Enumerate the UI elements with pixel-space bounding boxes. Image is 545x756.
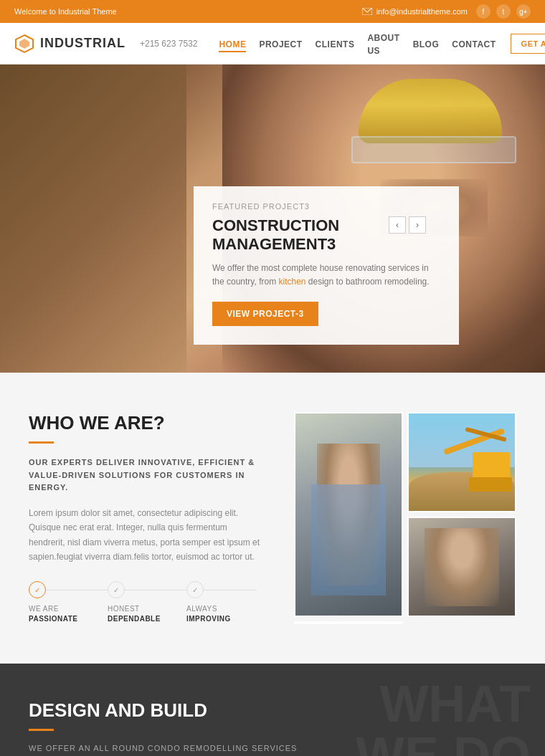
top-bar: Welcome to Industrial Theme info@industr… bbox=[0, 0, 545, 23]
nav-project[interactable]: PROJECT bbox=[259, 37, 302, 50]
hero-prev-arrow[interactable]: ‹ bbox=[389, 216, 406, 234]
value-improving: ✓ ALWAYSIMPROVING bbox=[186, 581, 265, 624]
welcome-text: Welcome to Industrial Theme bbox=[14, 7, 117, 16]
twitter-icon[interactable]: t bbox=[496, 4, 511, 19]
logo-icon bbox=[14, 34, 34, 54]
value-check-2: ✓ bbox=[108, 581, 125, 598]
facebook-icon[interactable]: f bbox=[476, 4, 490, 19]
value-dependable: ✓ HONESTDEPENDABLE bbox=[108, 581, 186, 624]
design-section: WHATWE DO DESIGN AND BUILD WE OFFER AN A… bbox=[0, 664, 545, 756]
social-icons: f t g+ bbox=[476, 4, 531, 19]
who-images bbox=[294, 412, 516, 624]
value-check-3: ✓ bbox=[186, 581, 204, 598]
navbar: INDUSTRIAL +215 623 7532 HOME PROJECT CL… bbox=[0, 23, 545, 64]
values-row: ✓ WE AREPASSIONATE ✓ HONESTDEPENDABLE ✓ … bbox=[29, 581, 265, 624]
phone-number: +215 623 7532 bbox=[140, 39, 197, 49]
nav-about[interactable]: ABOUT US bbox=[367, 31, 399, 57]
nav-links: HOME PROJECT CLIENTS ABOUT US BLOG CONTA… bbox=[219, 31, 496, 57]
logo-text: INDUSTRIAL bbox=[40, 36, 125, 51]
nav-home[interactable]: HOME bbox=[219, 37, 246, 50]
who-title: WHO WE ARE? bbox=[29, 412, 265, 434]
hero-nav-arrows: ‹ › bbox=[389, 216, 426, 234]
hero-description: We offer the most complete house renovat… bbox=[212, 262, 440, 289]
who-body: Lorem ipsum dolor sit amet, consectetur … bbox=[29, 506, 265, 565]
hero-next-arrow[interactable]: › bbox=[409, 216, 426, 234]
who-left: WHO WE ARE? OUR EXPERTS DELIVER INNOVATI… bbox=[29, 412, 265, 624]
svg-marker-2 bbox=[19, 39, 29, 49]
who-image-3 bbox=[407, 517, 516, 617]
logo[interactable]: INDUSTRIAL bbox=[14, 34, 125, 54]
view-project-button[interactable]: VIEW PROJECT-3 bbox=[212, 302, 318, 326]
design-bg-text: WHATWE DO bbox=[356, 678, 531, 756]
googleplus-icon[interactable]: g+ bbox=[516, 4, 531, 19]
nav-blog[interactable]: BLOG bbox=[413, 37, 440, 50]
email-text: info@industrialtheme.com bbox=[376, 7, 468, 16]
email-section: info@industrialtheme.com bbox=[362, 7, 468, 16]
hero-kitchen-link[interactable]: kitchen bbox=[278, 277, 305, 287]
design-orange-line bbox=[29, 729, 54, 731]
orange-divider bbox=[29, 441, 54, 444]
get-quote-button[interactable]: GET A QUOTE bbox=[511, 34, 545, 54]
who-image-4 bbox=[294, 621, 403, 624]
who-section: WHO WE ARE? OUR EXPERTS DELIVER INNOVATI… bbox=[0, 373, 545, 664]
value-label-2: HONESTDEPENDABLE bbox=[108, 604, 186, 624]
who-image-1 bbox=[294, 412, 403, 617]
nav-clients[interactable]: CLIENTS bbox=[316, 37, 355, 50]
hero-card: FEATURED PROJECT3 ‹ › CONSTRUCTION MANAG… bbox=[194, 186, 459, 345]
nav-contact[interactable]: CONTACT bbox=[452, 37, 496, 50]
hero-tag: FEATURED PROJECT3 bbox=[212, 202, 440, 211]
value-passionate: ✓ WE AREPASSIONATE bbox=[29, 581, 108, 624]
hero-section: FEATURED PROJECT3 ‹ › CONSTRUCTION MANAG… bbox=[0, 64, 545, 373]
who-image-2 bbox=[407, 412, 516, 512]
value-label-1: WE AREPASSIONATE bbox=[29, 604, 108, 624]
email-icon bbox=[362, 8, 372, 15]
who-subtitle: OUR EXPERTS DELIVER INNOVATIVE, EFFICIEN… bbox=[29, 456, 265, 494]
value-label-3: ALWAYSIMPROVING bbox=[186, 604, 265, 624]
value-check-1: ✓ bbox=[29, 581, 46, 598]
top-bar-right: info@industrialtheme.com f t g+ bbox=[362, 4, 531, 19]
